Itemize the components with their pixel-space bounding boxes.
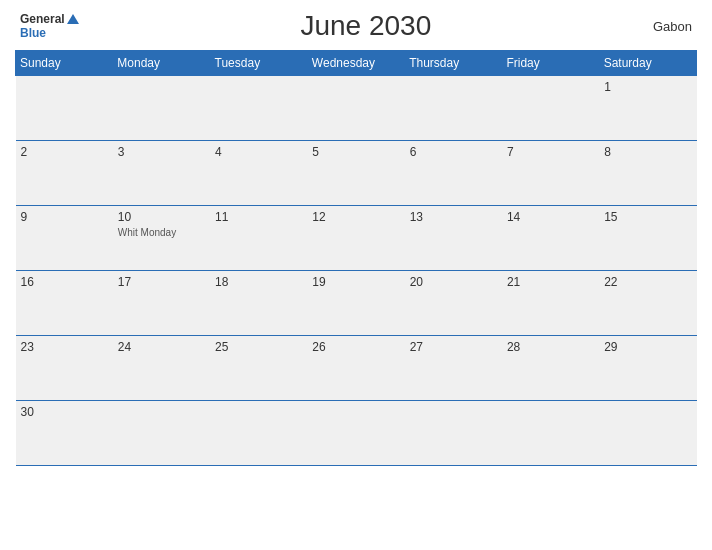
calendar-cell: 6 bbox=[405, 141, 502, 206]
calendar-cell: 7 bbox=[502, 141, 599, 206]
calendar-header: General Blue June 2030 Gabon bbox=[15, 10, 697, 42]
calendar-cell: 12 bbox=[307, 206, 404, 271]
calendar-cell: 24 bbox=[113, 336, 210, 401]
calendar-cell: 26 bbox=[307, 336, 404, 401]
calendar-cell: 9 bbox=[16, 206, 113, 271]
day-number: 11 bbox=[215, 210, 302, 224]
calendar-week-row: 1 bbox=[16, 76, 697, 141]
col-monday: Monday bbox=[113, 51, 210, 76]
calendar-cell: 30 bbox=[16, 401, 113, 466]
calendar-cell bbox=[307, 401, 404, 466]
calendar-cell bbox=[113, 401, 210, 466]
col-wednesday: Wednesday bbox=[307, 51, 404, 76]
day-number: 22 bbox=[604, 275, 691, 289]
calendar-week-row: 23242526272829 bbox=[16, 336, 697, 401]
calendar-cell: 11 bbox=[210, 206, 307, 271]
calendar-week-row: 30 bbox=[16, 401, 697, 466]
day-number: 7 bbox=[507, 145, 594, 159]
col-saturday: Saturday bbox=[599, 51, 696, 76]
day-number: 12 bbox=[312, 210, 399, 224]
calendar-cell: 22 bbox=[599, 271, 696, 336]
calendar-week-row: 16171819202122 bbox=[16, 271, 697, 336]
calendar-cell: 21 bbox=[502, 271, 599, 336]
calendar-cell: 10Whit Monday bbox=[113, 206, 210, 271]
calendar-cell: 15 bbox=[599, 206, 696, 271]
calendar-cell bbox=[502, 401, 599, 466]
day-number: 28 bbox=[507, 340, 594, 354]
day-number: 20 bbox=[410, 275, 497, 289]
calendar-cell: 13 bbox=[405, 206, 502, 271]
calendar-cell: 27 bbox=[405, 336, 502, 401]
day-number: 2 bbox=[21, 145, 108, 159]
calendar-cell: 3 bbox=[113, 141, 210, 206]
logo: General Blue bbox=[20, 12, 79, 40]
col-thursday: Thursday bbox=[405, 51, 502, 76]
calendar-cell bbox=[307, 76, 404, 141]
day-number: 4 bbox=[215, 145, 302, 159]
holiday-label: Whit Monday bbox=[118, 226, 205, 239]
calendar-cell: 19 bbox=[307, 271, 404, 336]
day-number: 13 bbox=[410, 210, 497, 224]
day-number: 6 bbox=[410, 145, 497, 159]
day-number: 5 bbox=[312, 145, 399, 159]
day-number: 19 bbox=[312, 275, 399, 289]
col-tuesday: Tuesday bbox=[210, 51, 307, 76]
day-number: 14 bbox=[507, 210, 594, 224]
day-number: 16 bbox=[21, 275, 108, 289]
calendar-cell: 1 bbox=[599, 76, 696, 141]
day-number: 17 bbox=[118, 275, 205, 289]
col-sunday: Sunday bbox=[16, 51, 113, 76]
calendar-cell: 5 bbox=[307, 141, 404, 206]
logo-triangle-icon bbox=[67, 14, 79, 24]
calendar-cell: 14 bbox=[502, 206, 599, 271]
calendar-container: General Blue June 2030 Gabon Sunday Mond… bbox=[0, 0, 712, 550]
day-number: 27 bbox=[410, 340, 497, 354]
day-number: 10 bbox=[118, 210, 205, 224]
calendar-cell: 8 bbox=[599, 141, 696, 206]
calendar-table: Sunday Monday Tuesday Wednesday Thursday… bbox=[15, 50, 697, 466]
day-number: 1 bbox=[604, 80, 691, 94]
calendar-cell: 18 bbox=[210, 271, 307, 336]
day-number: 29 bbox=[604, 340, 691, 354]
calendar-cell bbox=[502, 76, 599, 141]
calendar-week-row: 910Whit Monday1112131415 bbox=[16, 206, 697, 271]
calendar-header-row: Sunday Monday Tuesday Wednesday Thursday… bbox=[16, 51, 697, 76]
day-number: 18 bbox=[215, 275, 302, 289]
country-label: Gabon bbox=[653, 19, 692, 34]
calendar-cell: 25 bbox=[210, 336, 307, 401]
day-number: 23 bbox=[21, 340, 108, 354]
calendar-cell: 29 bbox=[599, 336, 696, 401]
calendar-cell bbox=[16, 76, 113, 141]
calendar-cell bbox=[405, 401, 502, 466]
logo-blue-text: Blue bbox=[20, 27, 79, 40]
day-number: 3 bbox=[118, 145, 205, 159]
month-title: June 2030 bbox=[300, 10, 431, 42]
day-number: 9 bbox=[21, 210, 108, 224]
day-number: 26 bbox=[312, 340, 399, 354]
calendar-cell bbox=[405, 76, 502, 141]
calendar-cell: 23 bbox=[16, 336, 113, 401]
day-number: 30 bbox=[21, 405, 108, 419]
day-number: 25 bbox=[215, 340, 302, 354]
calendar-week-row: 2345678 bbox=[16, 141, 697, 206]
calendar-cell bbox=[599, 401, 696, 466]
day-number: 24 bbox=[118, 340, 205, 354]
day-number: 21 bbox=[507, 275, 594, 289]
calendar-cell: 20 bbox=[405, 271, 502, 336]
calendar-cell bbox=[113, 76, 210, 141]
day-number: 8 bbox=[604, 145, 691, 159]
logo-general-text: General bbox=[20, 12, 65, 26]
calendar-cell: 28 bbox=[502, 336, 599, 401]
calendar-cell: 16 bbox=[16, 271, 113, 336]
calendar-cell bbox=[210, 76, 307, 141]
col-friday: Friday bbox=[502, 51, 599, 76]
day-number: 15 bbox=[604, 210, 691, 224]
calendar-cell bbox=[210, 401, 307, 466]
calendar-cell: 17 bbox=[113, 271, 210, 336]
calendar-cell: 4 bbox=[210, 141, 307, 206]
calendar-cell: 2 bbox=[16, 141, 113, 206]
